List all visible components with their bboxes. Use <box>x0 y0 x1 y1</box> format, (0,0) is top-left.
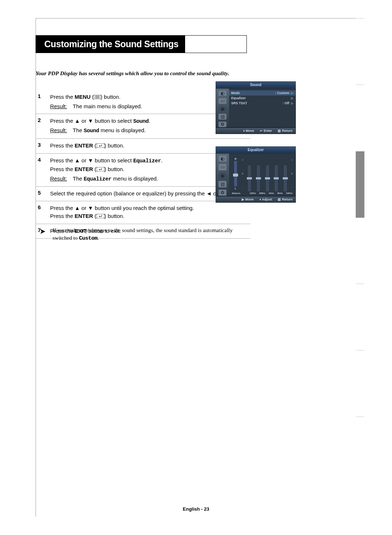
intro-text: Your PDP Display has several settings wh… <box>36 70 232 77</box>
move-hint: ♦ Move <box>243 129 254 133</box>
step-number: 5 <box>36 190 50 198</box>
page-title: Customizing the Sound Settings <box>41 35 185 53</box>
note-arrow-icon: ➤ <box>40 227 45 235</box>
eq-slider-10khz <box>282 156 289 191</box>
return-hint: ▥ Return <box>278 198 293 201</box>
eq-slider-1khz <box>264 156 270 191</box>
osd-sidebar: ◐ ▭ ◉ ▤ ✿ <box>216 89 229 127</box>
osd-row-mode: Mode : Custom ▷ <box>229 90 295 96</box>
enter-icon <box>97 212 105 220</box>
menu-icon <box>94 93 101 101</box>
note-text: If you make any changes to the sound set… <box>53 227 247 242</box>
osd-footer: ▶ Move ♦ Adjust ▥ Return <box>216 196 296 203</box>
enter-icon <box>97 166 105 174</box>
osd-sidebar: ◐ ▭ ◉ ▤ ✿ <box>216 154 229 196</box>
svg-rect-5 <box>97 167 105 171</box>
svg-rect-4 <box>97 143 105 148</box>
channel-icon: ◉ <box>219 173 226 179</box>
channel-icon: ◉ <box>219 106 226 112</box>
title-bar: Customizing the Sound Settings <box>36 35 247 53</box>
eq-slider-300hz <box>255 156 261 191</box>
enter-hint: ↵ Enter <box>260 129 272 133</box>
osd-row-srs: SRS TSXT : Off ▷ <box>229 101 295 106</box>
input-icon: ✿ <box>219 122 226 127</box>
setup-icon: ▤ <box>219 114 226 119</box>
picture-icon: ◐ <box>219 90 226 96</box>
picture-icon: ◐ <box>219 155 226 162</box>
step-body: Press the ▲ or ▼ button until you reach … <box>50 204 250 220</box>
side-index-tabs <box>356 18 364 483</box>
setup-icon: ▤ <box>219 181 226 187</box>
sound-icon: ▭ <box>219 164 226 170</box>
adjust-hint: ♦ Adjust <box>260 198 272 201</box>
note: ➤ If you make any changes to the sound s… <box>40 227 247 242</box>
eq-slider-3khz <box>273 156 279 191</box>
step-6: 6 Press the ▲ or ▼ button until you reac… <box>36 201 250 224</box>
svg-rect-6 <box>97 214 105 218</box>
osd-row-equalizer: Equalizer ▷ <box>229 96 295 101</box>
osd-title: Equalizer <box>216 146 296 153</box>
return-hint: ▥ Return <box>278 129 293 133</box>
step-number: 6 <box>36 204 50 220</box>
step-number: 1 <box>36 93 50 110</box>
osd-title: Sound <box>216 81 296 88</box>
balance-slider: R L <box>232 156 239 191</box>
input-icon: ✿ <box>219 190 226 196</box>
eq-slider-100hz <box>246 156 253 191</box>
osd-equalizer-menu: Equalizer ◐ ▭ ◉ ▤ ✿ R L + 0 - <box>216 146 296 203</box>
page-footer: English - 23 <box>0 506 392 512</box>
osd-sound-menu: Sound ◐ ▭ ◉ ▤ ✿ Mode : Custom ▷ Equalize… <box>216 81 296 134</box>
sound-icon: ▭ <box>219 98 226 104</box>
move-hint: ▶ Move <box>242 198 254 201</box>
step-number: 2 <box>36 117 50 135</box>
enter-icon <box>97 142 105 150</box>
step-number: 3 <box>36 142 50 150</box>
eq-frequency-labels: Balance 100Hz 300Hz 1KHz 3KHz 10KHz <box>232 192 293 194</box>
osd-footer: ♦ Move ↵ Enter ▥ Return <box>216 127 296 134</box>
step-number: 4 <box>36 157 50 183</box>
